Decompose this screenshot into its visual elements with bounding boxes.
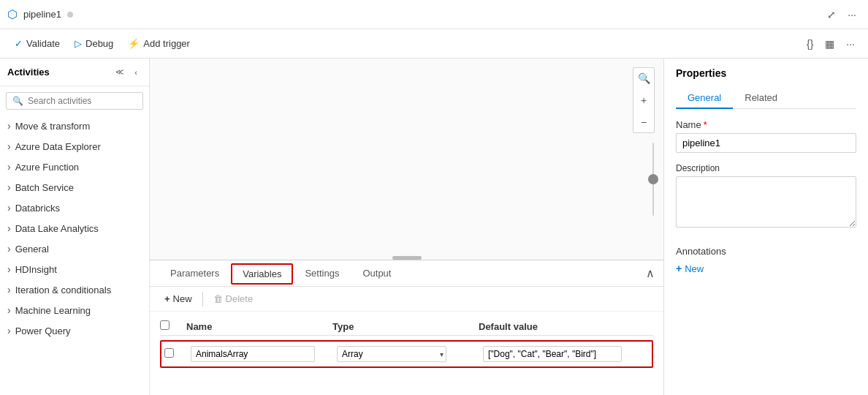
variable-type-select[interactable]: Array Boolean Integer String <box>337 346 446 362</box>
sidebar-item-move-transform[interactable]: Move & transform <box>0 116 149 136</box>
sidebar-item-power-query[interactable]: Power Query <box>0 320 149 341</box>
collapse-left-button[interactable]: ‹ <box>130 64 142 80</box>
debug-button[interactable]: ▷ Debug <box>69 35 119 52</box>
chevron-right-icon <box>7 140 11 152</box>
required-asterisk: * <box>704 119 707 130</box>
chevron-right-icon <box>7 284 11 296</box>
prop-tab-general[interactable]: General <box>676 88 733 109</box>
toolbar-divider <box>202 292 203 306</box>
chevron-right-icon <box>7 222 11 234</box>
annotations-section: Annotations + New <box>676 246 856 274</box>
sidebar-header: Activities ≪ ‹ <box>0 59 149 86</box>
tab-output[interactable]: Output <box>351 262 403 286</box>
col-default-header: Default value <box>479 321 653 332</box>
toolbar-right: {} ▦ ··· <box>802 35 859 53</box>
sidebar-title: Activities <box>7 67 108 78</box>
variable-name-input[interactable] <box>191 346 315 362</box>
collapse-panel-button[interactable]: ∧ <box>646 266 655 280</box>
col-name-header: Name <box>186 321 332 332</box>
code-view-button[interactable]: {} <box>802 35 818 53</box>
validate-button[interactable]: ✓ Validate <box>9 35 66 52</box>
delete-icon: 🗑 <box>213 293 223 304</box>
new-variable-button[interactable]: + New <box>160 291 197 306</box>
search-input[interactable] <box>28 96 137 106</box>
tab-parameters[interactable]: Parameters <box>159 262 231 286</box>
prop-tabs: General Related <box>676 88 856 109</box>
sidebar-item-iteration-conditionals[interactable]: Iteration & conditionals <box>0 279 149 300</box>
properties-panel: Properties General Related Name * Descri… <box>663 59 868 395</box>
sidebar-item-azure-function[interactable]: Azure Function <box>0 157 149 177</box>
trigger-icon: ⚡ <box>128 38 140 49</box>
search-box[interactable]: 🔍 <box>6 92 143 110</box>
row-checkbox[interactable] <box>164 348 174 358</box>
variables-table: Name Type Default value <box>150 312 663 374</box>
more-options-button[interactable]: ··· <box>843 6 861 23</box>
name-field: Name * <box>676 119 856 153</box>
pipeline-name-input[interactable] <box>676 133 856 153</box>
sidebar-item-databricks[interactable]: Databricks <box>0 198 149 218</box>
plus-icon: + <box>676 263 682 274</box>
main-layout: Activities ≪ ‹ 🔍 Move & transform Azure … <box>0 59 868 395</box>
chevron-right-icon <box>7 161 11 173</box>
chevron-right-icon <box>7 325 11 336</box>
add-annotation-button[interactable]: + New <box>676 263 704 274</box>
add-trigger-button[interactable]: ⚡ Add trigger <box>122 35 196 52</box>
debug-icon: ▷ <box>75 38 82 49</box>
properties-title: Properties <box>676 67 856 79</box>
sidebar-item-azure-data-explorer[interactable]: Azure Data Explorer <box>0 136 149 157</box>
zoom-slider[interactable] <box>652 143 654 216</box>
chevron-right-icon <box>7 243 11 255</box>
name-label: Name * <box>676 119 856 130</box>
sidebar-item-data-lake-analytics[interactable]: Data Lake Analytics <box>0 218 149 238</box>
pipeline-icon: ⬡ <box>7 7 18 21</box>
tab-settings[interactable]: Settings <box>293 262 351 286</box>
bottom-toolbar: + New 🗑 Delete <box>150 287 663 312</box>
zoom-out-button[interactable]: − <box>633 112 654 132</box>
top-bar-actions: ⤢ ··· <box>823 6 861 23</box>
chevron-right-icon <box>7 263 11 275</box>
canvas-area: 🔍 + − Parameters Variables Settings Outp… <box>150 59 663 395</box>
sidebar-item-machine-learning[interactable]: Machine Learning <box>0 300 149 320</box>
sidebar-item-batch-service[interactable]: Batch Service <box>0 177 149 198</box>
collapse-button[interactable]: ≪ <box>111 64 129 80</box>
pipeline-title: pipeline1 <box>23 9 61 20</box>
tab-variables[interactable]: Variables <box>231 263 293 285</box>
canvas-divider <box>392 256 422 260</box>
table-header: Name Type Default value <box>160 317 653 336</box>
variable-default-input[interactable] <box>483 346 622 362</box>
zoom-in-button[interactable]: + <box>633 90 654 110</box>
sidebar-item-general[interactable]: General <box>0 238 149 259</box>
annotations-title: Annotations <box>676 246 856 257</box>
col-type-header: Type <box>332 321 479 332</box>
plus-icon: + <box>164 293 170 304</box>
delete-variable-button[interactable]: 🗑 Delete <box>209 291 258 306</box>
search-canvas-button[interactable]: 🔍 <box>633 68 654 89</box>
chevron-right-icon <box>7 120 11 132</box>
collapse-buttons: ≪ ‹ <box>111 64 142 80</box>
chevron-right-icon <box>7 202 11 214</box>
search-icon: 🔍 <box>12 96 23 106</box>
chevron-right-icon <box>7 181 11 193</box>
validate-icon: ✓ <box>15 38 23 49</box>
canvas-controls: 🔍 + − <box>633 67 655 133</box>
expand-button[interactable]: ⤢ <box>823 6 840 23</box>
bottom-panel: Parameters Variables Settings Output ∧ +… <box>150 260 663 395</box>
sidebar-item-hdinsight[interactable]: HDInsight <box>0 259 149 279</box>
sidebar: Activities ≪ ‹ 🔍 Move & transform Azure … <box>0 59 150 395</box>
more-options-toolbar-button[interactable]: ··· <box>842 35 859 53</box>
select-all-checkbox[interactable] <box>160 320 170 330</box>
monitor-button[interactable]: ▦ <box>821 35 839 53</box>
bottom-tabs: Parameters Variables Settings Output ∧ <box>150 260 663 287</box>
toolbar: ✓ Validate ▷ Debug ⚡ Add trigger {} ▦ ··… <box>0 29 868 59</box>
unsaved-dot <box>67 12 73 18</box>
top-bar: ⬡ pipeline1 ⤢ ··· <box>0 0 868 29</box>
chevron-right-icon <box>7 304 11 316</box>
canvas-main[interactable]: 🔍 + − <box>150 59 663 260</box>
prop-tab-related[interactable]: Related <box>733 88 789 109</box>
table-row: Array Boolean Integer String ▾ <box>160 340 653 368</box>
description-label: Description <box>676 163 856 173</box>
description-field: Description <box>676 163 856 230</box>
description-input[interactable] <box>676 176 856 227</box>
